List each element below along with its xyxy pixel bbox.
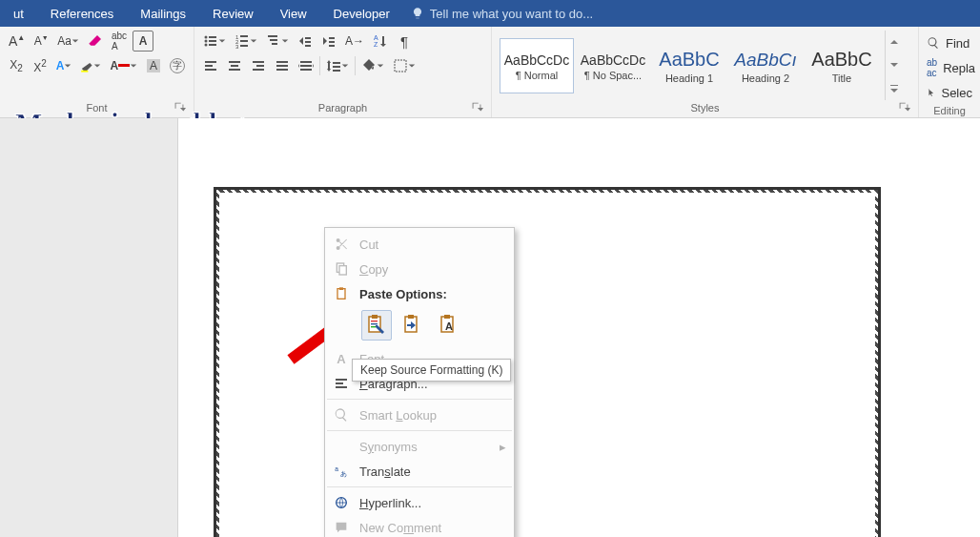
svg-rect-25 xyxy=(256,65,264,67)
svg-rect-4 xyxy=(209,40,216,42)
svg-rect-49 xyxy=(339,287,343,290)
svg-rect-62 xyxy=(336,386,347,388)
replace-button[interactable]: abacRepla xyxy=(927,57,972,78)
style-title[interactable]: AaBbCTitle xyxy=(805,38,879,93)
highlight-button[interactable] xyxy=(77,55,104,76)
tell-me-placeholder: Tell me what you want to do... xyxy=(430,7,593,21)
align-center-icon xyxy=(227,58,242,73)
tab-review[interactable]: Review xyxy=(199,1,267,27)
decrease-indent-button[interactable] xyxy=(295,31,316,52)
group-styles-label: Styles xyxy=(691,102,720,114)
svg-rect-29 xyxy=(276,69,288,71)
svg-rect-0 xyxy=(81,71,88,72)
ctx-copy: Copy xyxy=(325,257,514,281)
styles-gallery[interactable]: AaBbCcDc¶ Normal AaBbCcDc¶ No Spac... Aa… xyxy=(498,31,881,100)
paste-text-only[interactable]: A xyxy=(434,310,464,341)
ctx-synonyms: Synonyms ▸ xyxy=(325,434,514,459)
character-border-button[interactable]: A xyxy=(133,31,153,52)
multilevel-list-button[interactable] xyxy=(263,31,292,52)
tab-references[interactable]: References xyxy=(37,1,127,27)
subscript-button[interactable]: X2 xyxy=(6,55,27,76)
sort-button[interactable]: AZ xyxy=(370,31,391,52)
font-dialog-launcher[interactable] xyxy=(173,100,186,114)
svg-text:あ: あ xyxy=(340,469,347,478)
paste-merge[interactable] xyxy=(398,310,428,341)
svg-rect-47 xyxy=(339,266,346,275)
copy-icon xyxy=(334,261,349,277)
svg-rect-30 xyxy=(300,61,312,63)
borders-button[interactable] xyxy=(390,55,419,76)
style-heading1[interactable]: AaBbCHeading 1 xyxy=(652,38,726,93)
tell-me-search[interactable]: Tell me what you want to do... xyxy=(403,7,593,21)
paste-text-icon: A xyxy=(438,314,460,337)
font-dialog-icon: A xyxy=(337,352,345,366)
align-left-button[interactable] xyxy=(200,55,221,76)
submenu-arrow-icon: ▸ xyxy=(500,440,506,454)
svg-rect-2 xyxy=(209,36,216,38)
clear-formatting-button[interactable] xyxy=(85,31,106,52)
shrink-font-button[interactable]: A▼ xyxy=(31,31,51,52)
context-menu: Cut Copy Paste Options: A A Font... Para… xyxy=(324,227,515,537)
line-spacing-button[interactable] xyxy=(323,55,352,76)
svg-rect-8 xyxy=(240,35,248,37)
change-case-button[interactable]: Aa xyxy=(54,31,82,52)
svg-rect-10 xyxy=(240,40,248,42)
enclose-char-button[interactable]: 字 xyxy=(167,55,188,76)
style-normal[interactable]: AaBbCcDc¶ Normal xyxy=(500,38,574,93)
svg-rect-31 xyxy=(300,65,312,67)
justify-button[interactable] xyxy=(272,55,293,76)
ctx-translate[interactable]: aあ Translate xyxy=(325,459,514,484)
outdent-icon xyxy=(297,33,313,49)
distributed-button[interactable] xyxy=(296,55,316,76)
bullets-icon xyxy=(203,33,218,49)
styles-gallery-spinner[interactable] xyxy=(885,31,902,100)
svg-rect-60 xyxy=(336,379,347,381)
svg-text:A: A xyxy=(445,320,453,332)
svg-rect-34 xyxy=(890,85,898,86)
enclose-icon: 字 xyxy=(170,58,185,73)
paste-source-icon xyxy=(365,314,388,337)
group-paragraph-label: Paragraph xyxy=(318,102,367,114)
paste-keep-source[interactable] xyxy=(361,310,392,341)
style-no-spacing[interactable]: AaBbCcDc¶ No Spac... xyxy=(576,38,650,93)
show-marks-button[interactable]: ¶ xyxy=(394,31,415,52)
svg-rect-53 xyxy=(371,323,378,324)
gallery-up-button[interactable] xyxy=(886,31,902,53)
pilcrow-icon: ¶ xyxy=(400,33,408,50)
increase-indent-button[interactable] xyxy=(318,31,339,52)
tab-mailings[interactable]: Mailings xyxy=(127,1,199,27)
ctx-cut: Cut xyxy=(325,232,514,257)
tab-view[interactable]: View xyxy=(267,1,320,27)
tab-layout[interactable]: ut xyxy=(0,1,37,27)
select-button[interactable]: Selec xyxy=(927,82,972,103)
ctx-synonyms-label: Synonyms xyxy=(359,440,418,454)
text-direction-button[interactable]: A→ xyxy=(342,31,367,52)
ctx-hyperlink[interactable]: Hyperlink... xyxy=(325,490,514,515)
gallery-down-button[interactable] xyxy=(886,53,902,76)
find-button[interactable]: Find xyxy=(927,32,972,53)
bullets-button[interactable] xyxy=(200,31,229,52)
group-font: A▲ A▼ Aa abcA A X2 X2 A A A 字 Font xyxy=(0,27,194,117)
paragraph-icon xyxy=(334,376,349,391)
search-icon xyxy=(334,407,349,423)
text-effects-button[interactable]: A xyxy=(53,55,74,76)
numbering-button[interactable]: 123 xyxy=(232,31,260,52)
svg-rect-58 xyxy=(444,315,450,319)
ctx-paste-options-label: Paste Options: xyxy=(359,287,447,301)
char-shading-button[interactable]: A xyxy=(143,55,164,76)
align-right-button[interactable] xyxy=(248,55,269,76)
gallery-more-button[interactable] xyxy=(886,77,902,100)
superscript-button[interactable]: X2 xyxy=(30,55,51,76)
tab-developer[interactable]: Developer xyxy=(320,1,403,27)
shading-button[interactable] xyxy=(358,55,387,76)
align-center-button[interactable] xyxy=(224,55,245,76)
font-color-button[interactable]: A xyxy=(107,55,140,76)
style-heading2[interactable]: AaBbCıHeading 2 xyxy=(728,38,803,93)
eraser-icon xyxy=(88,33,103,49)
ctx-hyperlink-label: Hyperlink... xyxy=(359,496,421,510)
document-page[interactable] xyxy=(214,187,881,537)
styles-dialog-launcher[interactable] xyxy=(897,100,910,114)
paragraph-dialog-launcher[interactable] xyxy=(470,100,483,114)
grow-font-button[interactable]: A▲ xyxy=(6,31,28,52)
phonetic-guide-button[interactable]: abcA xyxy=(109,31,130,52)
